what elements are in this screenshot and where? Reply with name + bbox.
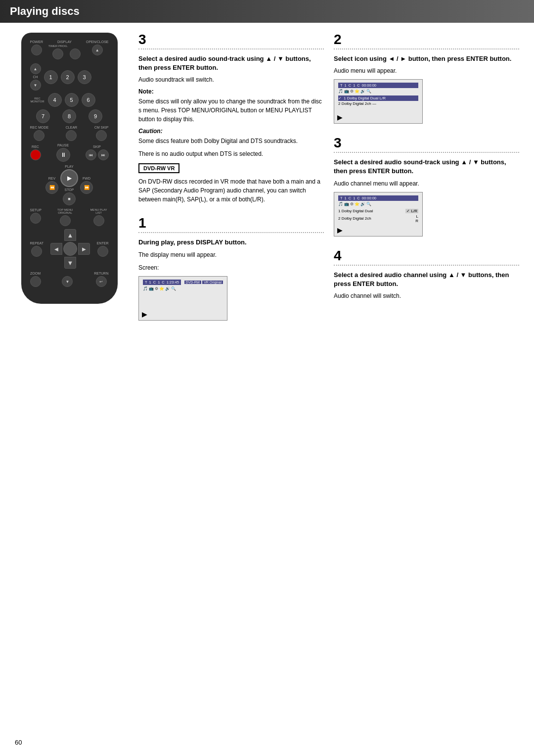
dpad-left-button[interactable]: ◄: [50, 243, 62, 255]
rev-label: REV: [48, 177, 55, 180]
step4-title: Select a desired audio channel using ▲ /…: [334, 271, 519, 288]
open-close-col: OPEN/CLOSE ▲: [86, 40, 109, 55]
step2-screen: T1C1C 00:00:00 🎵📺⚙⭐🔊🔍 ✓ 1 Dolby Digital …: [334, 79, 423, 124]
play-button[interactable]: ▶: [60, 169, 78, 187]
menu-playlist-button[interactable]: [93, 215, 104, 226]
step1-screen-top: T 1 C 1 C 1:23:45: [143, 280, 181, 285]
down-arrow-button[interactable]: ▼: [62, 276, 73, 287]
power-button[interactable]: [31, 45, 42, 55]
cm-skip-button[interactable]: [96, 130, 107, 141]
step3-left-body: Audio soundtrack will switch.: [138, 75, 324, 84]
step4-section: 4 Select a desired audio channel using ▲…: [334, 249, 519, 300]
num9-button[interactable]: 9: [89, 109, 102, 123]
step2-section: 2 Select icon using ◄ / ► button, then p…: [334, 33, 519, 124]
step2-arrow: ▶: [337, 113, 343, 121]
display-timer-col: DISPLAY TIMER PROG.: [48, 40, 81, 59]
dpad-down-button[interactable]: ▼: [64, 257, 76, 269]
setup-button[interactable]: [30, 213, 41, 224]
dvd-rw-body: On DVD-RW discs recorded in VR mode that…: [138, 177, 324, 204]
return-button[interactable]: ↩: [96, 276, 107, 287]
repeat-button[interactable]: [31, 246, 42, 257]
step2-body: Audio menu will appear.: [334, 66, 519, 75]
step2-row2: 2 Dolby Digital 2ch —: [338, 101, 418, 106]
step3-right-row2-r1: L: [416, 214, 418, 219]
power-label: POWER: [30, 40, 43, 44]
dpad-right-button[interactable]: ►: [78, 243, 90, 255]
remote-control: POWER DISPLAY TIMER PROG. OPEN/CLOSE: [21, 33, 118, 304]
step1-time: 1:23:45: [167, 280, 179, 284]
num3-button[interactable]: 3: [78, 70, 91, 84]
ch-down-button[interactable]: ▼: [30, 80, 41, 91]
caution-text1: Some discs feature both Dolby Digital an…: [138, 137, 324, 145]
setup-label: SETUP: [30, 208, 42, 212]
step3-right-row2-r2: R: [415, 219, 418, 223]
note-text: Some discs will only allow you to change…: [138, 97, 324, 124]
skip-fwd-button[interactable]: ⏭: [98, 149, 109, 160]
rec-mode-button[interactable]: [34, 130, 44, 141]
stop-label: STOP: [65, 188, 74, 191]
clear-button[interactable]: [66, 130, 77, 141]
caution-label: Caution:: [138, 128, 324, 135]
fwd-button[interactable]: ⏩: [80, 181, 93, 194]
pause-button[interactable]: ⏸: [56, 148, 70, 162]
timer-prog-button[interactable]: [70, 48, 81, 59]
timer-prog-label: TIMER PROG.: [48, 45, 68, 47]
step2-icons: 🎵📺⚙⭐🔊🔍: [338, 89, 418, 94]
rec-monitor-label: REC MONITOR: [30, 97, 45, 103]
step3-left-number: 3: [138, 33, 324, 47]
dpad-up-button[interactable]: ▲: [64, 229, 76, 241]
step2-row2-text: 2 Dolby Digital 2ch —: [338, 101, 376, 106]
open-close-button[interactable]: ▲: [92, 45, 103, 55]
dvd-rw-badge: DVD-RW VR: [138, 163, 179, 173]
return-label: RETURN: [94, 272, 108, 275]
page-header: Playing discs: [0, 0, 534, 23]
fwd-label: FWD: [83, 177, 90, 180]
stop-button[interactable]: ■: [63, 192, 76, 205]
rec-button[interactable]: [30, 149, 41, 160]
step3-right-row1-r: ✓ L/R: [405, 209, 418, 213]
num6-button[interactable]: 6: [82, 93, 95, 107]
display-button[interactable]: [52, 48, 63, 59]
step3-right-row1-text: 1 Dolby Digital Dual: [338, 209, 403, 213]
step1-screen: T 1 C 1 C 1:23:45 DVD-RW VR Original: [138, 276, 227, 321]
step1-title: During play, press DISPLAY button.: [138, 238, 324, 247]
rev-button[interactable]: ⏪: [45, 181, 58, 194]
step3-right-screen-top: T1C1C 00:00:00: [338, 195, 418, 201]
num5-button[interactable]: 5: [65, 93, 79, 107]
ch-up-button[interactable]: ▲: [30, 63, 41, 74]
num2-button[interactable]: 2: [61, 70, 75, 84]
step3-right-row1: 1 Dolby Digital Dual ✓ L/R: [338, 208, 418, 214]
step1-screen-label: Screen:: [138, 263, 324, 272]
skip-label: SKIP: [93, 145, 101, 148]
num4-button[interactable]: 4: [48, 93, 62, 107]
num7-button[interactable]: 7: [36, 109, 50, 123]
clear-label: CLEAR: [66, 126, 77, 129]
step2-screen-top: T1C1C 00:00:00: [338, 83, 418, 88]
repeat-label: REPEAT: [30, 241, 44, 245]
zoom-button[interactable]: [30, 276, 41, 287]
step3-right-section: 3 Select a desired audio sound-track usi…: [334, 136, 519, 236]
step2-dots: [334, 48, 519, 49]
step1-badges: DVD-RW VR Original: [184, 281, 223, 284]
step2-number: 2: [334, 33, 519, 47]
step3-right-arrow: ▶: [337, 226, 343, 234]
caution-text2: There is no audio output when DTS is sel…: [138, 149, 324, 158]
step3-right-body: Audio channel menu will appear.: [334, 179, 519, 188]
num1-button[interactable]: 1: [44, 70, 58, 84]
step3-right-number: 3: [334, 136, 519, 150]
rec-label: REC: [32, 145, 39, 148]
step3-right-dots: [334, 152, 519, 153]
step1-c4: C: [162, 280, 164, 284]
step1-c: 1: [149, 280, 151, 284]
enter-button[interactable]: [63, 242, 77, 256]
step1-screen-body: [143, 293, 223, 308]
step2-row1: ✓ 1 Dolby Digital Dual L/R: [338, 95, 418, 101]
skip-back-button[interactable]: ⏮: [86, 149, 96, 160]
step2-title: Select icon using ◄ / ► button, then pre…: [334, 54, 519, 63]
enter-outer-button[interactable]: [97, 246, 108, 257]
step1-dots: [138, 232, 324, 233]
num8-button[interactable]: 8: [62, 109, 76, 123]
step3-left-title: Select a desired audio sound-track using…: [138, 54, 324, 72]
pause-label: PAUSE: [57, 143, 69, 147]
top-menu-button[interactable]: [60, 215, 71, 226]
